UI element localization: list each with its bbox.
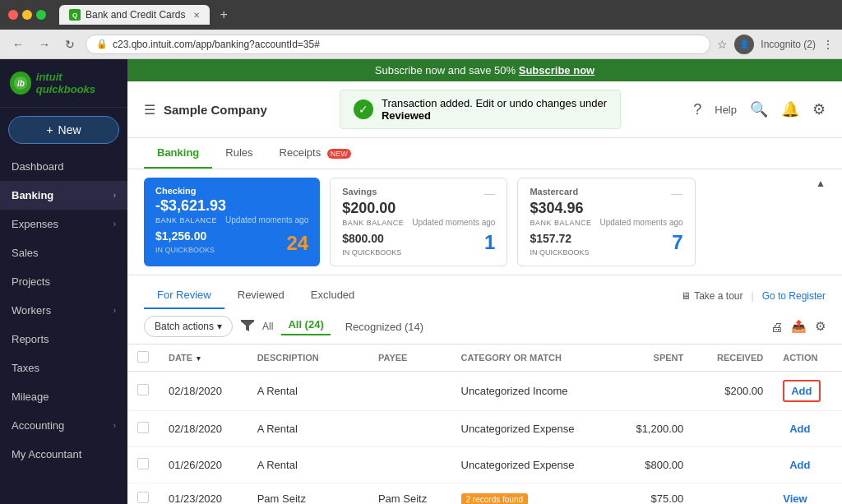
batch-actions-btn[interactable]: Batch actions ▾ <box>144 316 233 337</box>
company-name: Sample Company <box>164 103 267 117</box>
header-right: ? Help 🔍 🔔 ⚙ <box>693 100 826 118</box>
export-btn[interactable]: 📤 <box>791 319 807 334</box>
account-card-savings[interactable]: Savings — $200.00 BANK BALANCE Updated m… <box>330 178 507 266</box>
sidebar-item-reports[interactable]: Reports <box>0 325 127 354</box>
account-card-checking[interactable]: Checking -$3,621.93 BANK BALANCE Updated… <box>144 178 320 266</box>
sidebar-item-label: Workers <box>12 304 51 317</box>
recognized-label: Recognized (14) <box>345 321 423 333</box>
received-cell: $200.00 <box>693 372 773 411</box>
add-button[interactable]: Add <box>783 419 817 438</box>
category-header[interactable]: CATEGORY OR MATCH <box>451 344 613 372</box>
payee-header[interactable]: PAYEE <box>368 344 451 372</box>
reload-btn[interactable]: ↻ <box>61 36 79 53</box>
sidebar-item-sales[interactable]: Sales <box>0 238 127 267</box>
tab-receipts[interactable]: Receipts NEW <box>266 138 364 169</box>
account-card-mastercard[interactable]: Mastercard — $304.96 BANK BALANCE Update… <box>517 178 695 266</box>
add-button[interactable]: Add <box>783 380 820 402</box>
header-left: ☰ Sample Company <box>144 102 267 118</box>
maximize-window-btn[interactable] <box>36 10 46 20</box>
go-to-register-link[interactable]: Go to Register <box>762 290 826 302</box>
quickbooks-logo: ib intuit quickbooks <box>10 71 118 95</box>
all-count-label: All (24) <box>288 318 323 331</box>
accounts-section: Checking -$3,621.93 BANK BALANCE Updated… <box>127 169 842 275</box>
sidebar-item-taxes[interactable]: Taxes <box>0 354 127 382</box>
sidebar-item-my-accountant[interactable]: My Accountant <box>0 440 127 469</box>
row-checkbox[interactable] <box>137 422 149 433</box>
row-checkbox[interactable] <box>137 384 149 395</box>
dash-icon: — <box>483 187 495 200</box>
filter-btn[interactable] <box>241 320 254 334</box>
tab-rules[interactable]: Rules <box>212 138 266 169</box>
table-header-row: DATE ▾ DESCRIPTION PAYEE CATEGORY OR MAT… <box>127 344 842 372</box>
payee-cell <box>368 411 451 447</box>
notifications-icon-btn[interactable]: 🔔 <box>781 100 799 118</box>
browser-tab[interactable]: Q Bank and Credit Cards ✕ <box>59 5 210 25</box>
new-tab-btn[interactable]: + <box>220 7 227 22</box>
sidebar-item-accounting[interactable]: Accounting › <box>0 411 127 440</box>
accounts-row: Checking -$3,621.93 BANK BALANCE Updated… <box>144 178 826 266</box>
action-cell: View <box>773 483 842 505</box>
help-btn[interactable]: Help <box>715 104 737 116</box>
search-icon-btn[interactable]: 🔍 <box>750 100 768 118</box>
collapse-accounts-btn[interactable]: ▲ <box>816 178 826 189</box>
updated-text: Updated moments ago <box>412 218 495 227</box>
row-checkbox-cell <box>127 483 159 505</box>
spent-header[interactable]: SPENT <box>612 344 693 372</box>
sidebar-item-mileage[interactable]: Mileage <box>0 382 127 411</box>
content-header: ☰ Sample Company ✓ Transaction added. Ed… <box>127 81 842 138</box>
new-button[interactable]: + + New New <box>8 116 119 144</box>
select-all-checkbox[interactable] <box>137 351 149 363</box>
help-icon-btn[interactable]: ? <box>693 101 701 118</box>
select-all-header <box>127 344 159 372</box>
tab-label: For Review <box>157 289 211 301</box>
url-bar[interactable]: 🔒 c23.qbo.intuit.com/app/banking?account… <box>86 35 710 54</box>
add-button[interactable]: Add <box>783 455 817 474</box>
sidebar-item-expenses[interactable]: Expenses › <box>0 210 127 238</box>
settings-icon-btn[interactable]: ⚙ <box>812 100 826 118</box>
view-button[interactable]: View <box>783 492 807 504</box>
row-checkbox-cell <box>127 447 159 483</box>
description-cell: A Rental <box>248 447 368 483</box>
tab-close-btn[interactable]: ✕ <box>193 11 200 20</box>
description-header[interactable]: DESCRIPTION <box>248 344 368 372</box>
sidebar-item-banking[interactable]: Banking › <box>0 181 127 210</box>
dropdown-arrow-icon: ▾ <box>217 321 222 332</box>
category-cell: Uncategorized Expense <box>451 411 613 447</box>
close-window-btn[interactable] <box>8 10 18 20</box>
received-header[interactable]: RECEIVED <box>693 344 773 372</box>
recognized-btn[interactable]: Recognized (14) <box>339 321 430 333</box>
tab-banking[interactable]: Banking <box>144 138 212 169</box>
forward-btn[interactable]: → <box>35 36 54 53</box>
row-checkbox[interactable] <box>137 492 149 503</box>
notification-sub: Reviewed <box>382 109 431 122</box>
browser-menu-btn[interactable]: ⋮ <box>822 38 834 51</box>
chevron-right-icon: › <box>113 191 116 200</box>
date-cell: 01/23/2020 <box>159 483 248 505</box>
minimize-window-btn[interactable] <box>22 10 32 20</box>
sidebar-item-label: My Accountant <box>12 448 81 460</box>
row-checkbox[interactable] <box>137 458 149 469</box>
date-header[interactable]: DATE ▾ <box>159 344 248 372</box>
sidebar-item-dashboard[interactable]: Dashboard <box>0 152 127 181</box>
bank-balance: -$3,621.93 <box>155 197 308 215</box>
hamburger-menu-btn[interactable]: ☰ <box>144 102 155 118</box>
take-tour-btn[interactable]: 🖥 Take a tour <box>681 290 743 302</box>
trans-tab-for-review[interactable]: For Review <box>144 282 224 309</box>
tab-label: Banking <box>157 146 199 159</box>
bookmark-btn[interactable]: ☆ <box>717 38 728 51</box>
trans-tab-excluded[interactable]: Excluded <box>298 282 368 309</box>
main-content: Subscribe now and save 50% Subscribe now… <box>127 59 842 504</box>
trans-tab-reviewed[interactable]: Reviewed <box>224 282 298 309</box>
spent-cell: $1,200.00 <box>612 411 693 447</box>
back-btn[interactable]: ← <box>8 36 28 53</box>
print-btn[interactable]: 🖨 <box>770 319 783 334</box>
column-settings-btn[interactable]: ⚙ <box>815 319 826 334</box>
transactions-table: DATE ▾ DESCRIPTION PAYEE CATEGORY OR MAT… <box>127 344 842 504</box>
sidebar-item-workers[interactable]: Workers › <box>0 296 127 325</box>
app: ib intuit quickbooks + + New New Dashboa… <box>0 59 842 504</box>
profile-btn[interactable]: Incognito (2) 👤 <box>734 35 754 54</box>
subscribe-link[interactable]: Subscribe now <box>519 64 594 76</box>
all-label: All <box>262 321 273 332</box>
all-count-btn[interactable]: All (24) <box>281 318 330 335</box>
sidebar-item-projects[interactable]: Projects <box>0 267 127 296</box>
